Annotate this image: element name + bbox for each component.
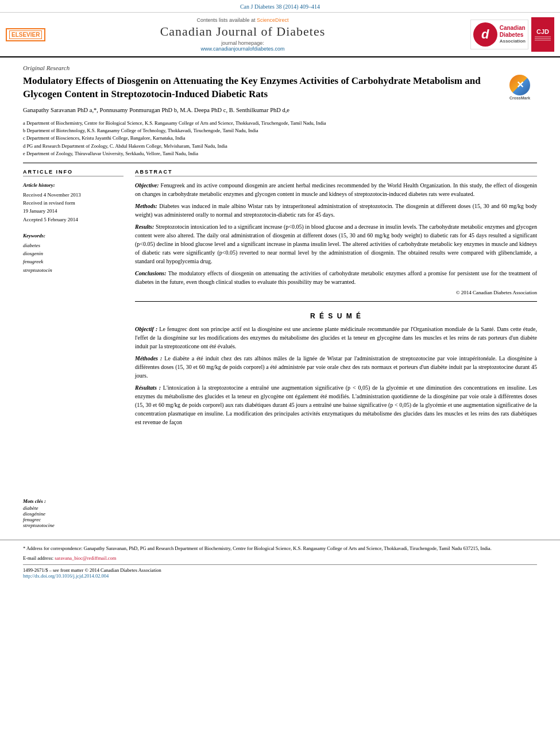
- mots-cles-block: Mots clés : diabète diosgénine fenugrec …: [23, 498, 123, 528]
- sciencedirect-link[interactable]: ScienceDirect: [257, 17, 289, 23]
- cda-line3: Association: [500, 39, 526, 44]
- abstract-methods: Methods: Diabetes was induced in male al…: [135, 202, 537, 219]
- mots-cle-3: fenugrec: [23, 517, 123, 522]
- methodes-text: Le diabète a été induit chez des rats al…: [135, 355, 537, 379]
- objective-text: Fenugreek and its active compound diosge…: [135, 182, 537, 197]
- article-info-header: ARTICLE INFO: [23, 169, 123, 176]
- cda-logo: d Canadian Diabetes Association: [470, 20, 528, 49]
- sciencedirect-prefix: Contents lists available at: [196, 17, 255, 23]
- received-revised-date: 19 January 2014: [23, 207, 123, 215]
- abstract-header: ABSTRACT: [135, 169, 537, 176]
- abstract-conclusions: Conclusions: The modulatory effects of d…: [135, 269, 537, 286]
- footer: * Address for correspondence: Ganapathy …: [0, 540, 560, 584]
- mots-cle-1: diabète: [23, 505, 123, 511]
- mots-cle-4: streptozotocine: [23, 522, 123, 528]
- mots-cles-label: Mots clés :: [23, 498, 123, 504]
- footer-issn-block: 1499-2671/$ – see front matter © 2014 Ca…: [23, 564, 537, 579]
- resultats-text: L'intoxication à la streptozotocine a en…: [135, 384, 537, 425]
- elsevier-logo: ELSEVIER: [6, 28, 45, 41]
- issn-line: 1499-2671/$ – see front matter © 2014 Ca…: [23, 567, 537, 573]
- cda-icon: d: [473, 22, 497, 47]
- main-content: Original Research Modulatory Effects of …: [0, 57, 560, 534]
- publisher-logo-area: ELSEVIER: [6, 17, 52, 52]
- cjd-text: CJD: [536, 28, 549, 35]
- cda-line1: Canadian: [500, 25, 526, 32]
- email-address[interactable]: saravana_bioc@rediffmail.com: [55, 555, 116, 561]
- abstract-results: Results: Streptozotocin intoxication led…: [135, 222, 537, 266]
- received-revised-label: Received in revised form: [23, 199, 123, 207]
- email-label: E-mail address:: [23, 555, 53, 561]
- copyright-line: © 2014 Canadian Diabetes Association: [135, 290, 537, 295]
- journal-header: ELSEVIER Contents lists available at Sci…: [0, 13, 560, 57]
- article-type: Original Research: [23, 64, 537, 71]
- affiliation-3: c Department of Biosciences, Kristu Jaya…: [23, 134, 537, 141]
- keywords-label: Keywords:: [23, 232, 123, 240]
- cjd-badge: CJD: [531, 17, 554, 52]
- abstract-objective: Objective: Fenugreek and its active comp…: [135, 181, 537, 198]
- objectif-label: Objectif :: [135, 326, 157, 332]
- authors-line: Ganapathy Saravanan PhD a,*, Ponnusamy P…: [23, 106, 537, 115]
- cda-text-block: Canadian Diabetes Association: [500, 25, 526, 44]
- cda-line2: Diabetes: [500, 32, 526, 39]
- keyword-4: streptozotocin: [23, 266, 123, 274]
- article-title-text: Modulatory Effects of Diosgenin on Atten…: [23, 75, 481, 99]
- article-history-block: Article history: Received 4 November 201…: [23, 181, 123, 224]
- right-column: ABSTRACT Objective: Fenugreek and its ac…: [135, 169, 537, 528]
- affiliation-1: a Department of Biochemistry, Centre for…: [23, 120, 537, 126]
- conclusions-label: Conclusions:: [135, 270, 166, 276]
- crossmark-icon: ✕: [509, 75, 530, 95]
- left-column: ARTICLE INFO Article history: Received 4…: [23, 169, 123, 528]
- resume-header: R É S U M É: [135, 312, 537, 320]
- cda-logo-area: d Canadian Diabetes Association CJD: [434, 17, 554, 52]
- homepage-label: journal homepage:: [221, 40, 264, 46]
- resume-resultats: Résultats : L'intoxication à la streptoz…: [135, 383, 537, 426]
- objective-label: Objective:: [135, 182, 159, 189]
- accepted-date: Accepted 5 February 2014: [23, 216, 123, 224]
- crossmark-badge[interactable]: ✕ CrossMark: [503, 75, 537, 101]
- methodes-label: Méthodes :: [135, 355, 162, 361]
- journal-title: Canadian Journal of Diabetes: [57, 24, 428, 39]
- resultats-label: Résultats :: [135, 384, 161, 391]
- resume-objectif: Objectif : Le fenugrec dont son principe…: [135, 325, 537, 351]
- authors-text: Ganapathy Saravanan PhD a,*, Ponnusamy P…: [23, 107, 289, 113]
- keywords-block: Keywords: diabetes diosgenin fenugreek s…: [23, 232, 123, 274]
- received-date: Received 4 November 2013: [23, 191, 123, 199]
- asterisk-note: * Address for correspondence: Ganapathy …: [23, 545, 492, 551]
- keyword-2: diosgenin: [23, 249, 123, 257]
- citation-bar: Can J Diabetes 38 (2014) 409–414: [0, 0, 560, 13]
- resume-section: R É S U M É Objectif : Le fenugrec dont …: [135, 301, 537, 426]
- abstract-section: ABSTRACT Objective: Fenugreek and its ac…: [135, 169, 537, 295]
- footer-address: * Address for correspondence: Ganapathy …: [23, 545, 537, 552]
- methods-label: Methods:: [135, 203, 157, 209]
- history-label: Article history:: [23, 181, 123, 189]
- mots-cle-2: diosgénine: [23, 511, 123, 517]
- affiliation-5: e Department of Zoology, Thiruvalluvar U…: [23, 150, 537, 157]
- crossmark-label: CrossMark: [503, 95, 537, 101]
- conclusions-text: The modulatory effects of diosgenin on a…: [135, 270, 537, 285]
- methods-text: Diabetes was induced in male albino Wist…: [135, 203, 537, 218]
- results-label: Results:: [135, 224, 154, 230]
- two-column-layout: ARTICLE INFO Article history: Received 4…: [23, 163, 537, 528]
- results-text: Streptozotocin intoxication led to a sig…: [135, 224, 537, 264]
- journal-homepage: journal homepage: www.canadianjournalofd…: [57, 40, 428, 52]
- footer-email-line: E-mail address: saravana_bioc@rediffmail…: [23, 555, 537, 562]
- doi-line[interactable]: http://dx.doi.org/10.1016/j.jcjd.2014.02…: [23, 573, 537, 579]
- affiliation-4: d PG and Research Department of Zoology,…: [23, 143, 537, 149]
- page: Can J Diabetes 38 (2014) 409–414 ELSEVIE…: [0, 0, 560, 750]
- affiliation-2: b Department of Biotechnology, K.S. Rang…: [23, 127, 537, 134]
- keyword-3: fenugreek: [23, 257, 123, 266]
- affiliations-block: a Department of Biochemistry, Centre for…: [23, 120, 537, 157]
- resume-methodes: Méthodes : Le diabète a été induit chez …: [135, 354, 537, 380]
- citation-text: Can J Diabetes 38 (2014) 409–414: [240, 3, 320, 10]
- homepage-url[interactable]: www.canadianjournalofdiabetes.com: [200, 46, 284, 52]
- article-title-block: Modulatory Effects of Diosgenin on Atten…: [23, 75, 537, 101]
- keyword-1: diabetes: [23, 241, 123, 249]
- journal-info: Contents lists available at ScienceDirec…: [57, 17, 428, 52]
- objectif-text: Le fenugrec dont son principe actif est …: [135, 326, 537, 349]
- sciencedirect-line: Contents lists available at ScienceDirec…: [57, 17, 428, 23]
